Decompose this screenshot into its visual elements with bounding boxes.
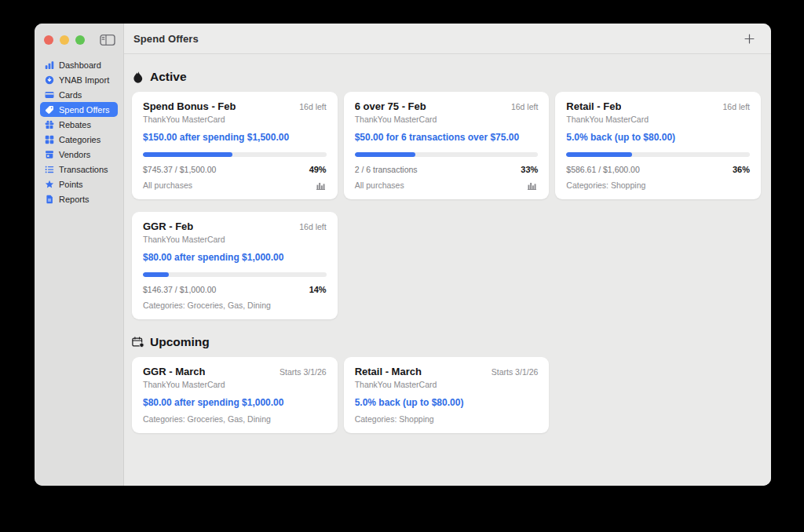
sidebar-item-dashboard[interactable]: Dashboard (40, 57, 118, 72)
offer-card-ggr-feb[interactable]: GGR - Feb16d leftThankYou MasterCard$80.… (132, 212, 338, 319)
sidebar-item-ynab-import[interactable]: YNAB Import (40, 72, 118, 87)
sidebar-item-points[interactable]: Points (40, 177, 118, 191)
offer-card-retail-feb[interactable]: Retail - Feb16d leftThankYou MasterCard5… (555, 92, 761, 199)
card-grid-active: Spend Bonus - Feb16d leftThankYou Master… (132, 92, 761, 319)
progress-bar-fill (143, 152, 232, 157)
time-badge: Starts 3/1/26 (492, 367, 539, 377)
sidebar-item-label: Spend Offers (59, 105, 110, 115)
offer-description: 5.0% back (up to $80.00) (566, 132, 750, 143)
section-header-active: Active (132, 70, 761, 84)
list-icon (45, 165, 54, 174)
offer-card-6-over-75-feb[interactable]: 6 over 75 - Feb16d leftThankYou MasterCa… (344, 92, 550, 199)
card-title-row: 6 over 75 - Feb16d left (355, 100, 539, 112)
offer-description: $80.00 after spending $1,000.00 (143, 252, 327, 263)
close-window-button[interactable] (44, 35, 53, 45)
credit-card-icon (45, 90, 54, 100)
card-footer-row: All purchases (143, 180, 327, 190)
progress-bar (143, 272, 327, 277)
desktop-background: DashboardYNAB ImportCardsSpend OffersReb… (0, 0, 804, 532)
card-name: ThankYou MasterCard (143, 235, 327, 244)
time-badge: Starts 3/1/26 (280, 367, 327, 377)
grid-icon (45, 135, 54, 144)
content-area: ActiveSpend Bonus - Feb16d leftThankYou … (124, 54, 771, 486)
card-name: ThankYou MasterCard (143, 115, 327, 124)
offer-description: $80.00 after spending $1,000.00 (143, 397, 327, 408)
bar-chart-icon (45, 60, 54, 70)
progress-bar (355, 152, 539, 157)
flame-icon (132, 71, 144, 83)
sidebar-item-reports[interactable]: Reports (40, 191, 118, 206)
sidebar-item-label: Dashboard (59, 60, 101, 70)
sidebar-item-label: Reports (59, 195, 90, 204)
progress-percent: 33% (521, 165, 538, 174)
card-scope-label: All purchases (143, 180, 192, 190)
progress-amount-label: $586.61 / $1,600.00 (566, 165, 639, 174)
sidebar-nav: DashboardYNAB ImportCardsSpend OffersReb… (35, 57, 123, 206)
offer-card-retail-march[interactable]: Retail - MarchStarts 3/1/26ThankYou Mast… (344, 357, 550, 433)
sidebar-item-label: Vendors (59, 150, 90, 159)
zoom-window-button[interactable] (75, 35, 85, 45)
card-footer-row: All purchases (355, 180, 539, 190)
page-title: Spend Offers (133, 33, 199, 45)
sidebar-item-label: YNAB Import (59, 75, 109, 85)
section-title: Active (150, 70, 187, 84)
offer-title: Spend Bonus - Feb (143, 100, 236, 112)
progress-stats-row: $586.61 / $1,600.0036% (566, 165, 750, 174)
sidebar-item-categories[interactable]: Categories (40, 132, 118, 147)
mini-bar-chart-icon[interactable] (316, 181, 327, 190)
minimize-window-button[interactable] (60, 35, 69, 45)
window-controls (35, 24, 123, 46)
card-scope-label: Categories: Groceries, Gas, Dining (143, 301, 271, 310)
sidebar-item-spend-offers[interactable]: Spend Offers (40, 102, 118, 117)
card-scope-label: Categories: Shopping (355, 414, 434, 424)
card-name: ThankYou MasterCard (143, 380, 327, 389)
card-title-row: Retail - MarchStarts 3/1/26 (355, 366, 539, 377)
import-circle-icon (45, 75, 54, 85)
sidebar: DashboardYNAB ImportCardsSpend OffersReb… (35, 24, 124, 486)
progress-stats-row: $146.37 / $1,000.0014% (143, 285, 327, 294)
add-offer-button[interactable] (740, 29, 758, 48)
offer-title: GGR - March (143, 366, 205, 377)
card-scope-label: All purchases (355, 180, 404, 190)
calendar-clock-icon (132, 336, 144, 348)
sidebar-item-label: Cards (59, 90, 82, 100)
progress-amount-label: 2 / 6 transactions (355, 165, 418, 174)
storefront-icon (45, 150, 54, 159)
titlebar: Spend Offers (124, 24, 771, 54)
offer-description: $150.00 after spending $1,500.00 (143, 132, 327, 143)
offer-title: Retail - March (355, 366, 422, 377)
sidebar-item-label: Transactions (59, 165, 108, 174)
progress-bar (566, 152, 750, 157)
card-title-row: Retail - Feb16d left (566, 100, 750, 112)
sidebar-item-vendors[interactable]: Vendors (40, 147, 118, 162)
sidebar-item-rebates[interactable]: Rebates (40, 117, 118, 132)
sidebar-item-transactions[interactable]: Transactions (40, 162, 118, 177)
sidebar-toggle-icon[interactable] (100, 34, 115, 46)
card-title-row: GGR - MarchStarts 3/1/26 (143, 366, 327, 377)
offer-description: $50.00 for 6 transactions over $75.00 (355, 132, 539, 143)
card-name: ThankYou MasterCard (355, 115, 539, 124)
mini-bar-chart-icon[interactable] (528, 181, 538, 190)
card-grid-upcoming: GGR - MarchStarts 3/1/26ThankYou MasterC… (132, 357, 761, 433)
time-badge: 16d left (723, 102, 750, 111)
progress-stats-row: 2 / 6 transactions33% (355, 165, 539, 174)
card-footer-row: Categories: Groceries, Gas, Dining (143, 414, 327, 424)
progress-bar-fill (355, 152, 415, 157)
progress-amount-label: $146.37 / $1,000.00 (143, 285, 216, 294)
card-footer-row: Categories: Shopping (566, 180, 750, 190)
offer-card-ggr-march[interactable]: GGR - MarchStarts 3/1/26ThankYou MasterC… (132, 357, 338, 433)
sidebar-item-cards[interactable]: Cards (40, 87, 118, 102)
time-badge: 16d left (299, 102, 326, 111)
section-header-upcoming: Upcoming (132, 335, 761, 349)
progress-bar-fill (143, 272, 169, 277)
card-title-row: GGR - Feb16d left (143, 220, 327, 232)
card-name: ThankYou MasterCard (355, 380, 539, 389)
card-title-row: Spend Bonus - Feb16d left (143, 100, 327, 112)
star-icon (45, 180, 54, 189)
progress-bar-fill (566, 152, 632, 157)
progress-percent: 36% (733, 165, 750, 174)
main-area: Spend Offers ActiveSpend Bonus - Feb16d … (124, 24, 771, 486)
offer-card-spend-bonus-feb[interactable]: Spend Bonus - Feb16d leftThankYou Master… (132, 92, 338, 199)
progress-stats-row: $745.37 / $1,500.0049% (143, 165, 327, 174)
time-badge: 16d left (299, 222, 326, 231)
